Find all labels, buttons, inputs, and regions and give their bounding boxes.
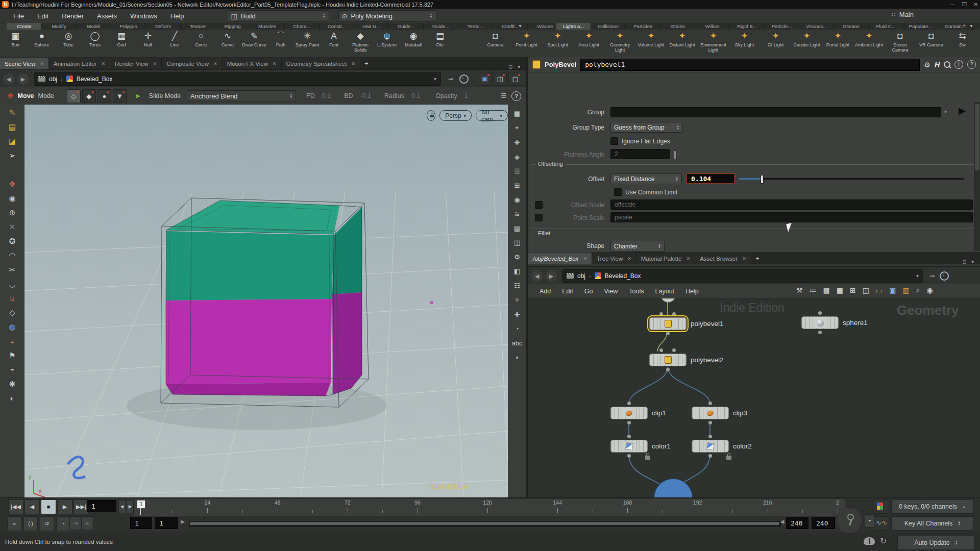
shelf-tool[interactable]: ▦ Grid — [108, 31, 135, 53]
shelf-tab[interactable]: Rigid B... — [730, 23, 765, 30]
persp-view-button[interactable]: Persp▾ — [439, 110, 472, 121]
shelf-tool[interactable]: ✦ Geometry Light — [604, 31, 635, 53]
node-input-dot[interactable] — [659, 348, 663, 352]
shelf-tab[interactable]: Collisions — [591, 23, 626, 30]
point-scale-field[interactable]: pscale — [610, 212, 973, 222]
shelf-tool[interactable]: ✦ Spot Light — [542, 31, 573, 53]
menu-item[interactable]: Edit — [562, 288, 573, 295]
pane-tab[interactable]: Animation Editor✕ — [49, 58, 110, 69]
select-cursor-icon[interactable]: ➤ — [135, 92, 141, 100]
shape-dropdown[interactable]: Chamfer ▲▼ — [610, 241, 665, 252]
pane-tab[interactable]: Asset Browser✕ — [695, 253, 751, 264]
shelf-tab[interactable]: Guide... — [424, 23, 458, 30]
pane-controls[interactable]: ◻ ▾ — [963, 259, 976, 264]
range-handle-left[interactable]: ▶ — [181, 518, 185, 525]
menu-item[interactable]: Edit — [37, 12, 48, 20]
bd-value[interactable]: -0.1 — [360, 92, 372, 99]
shelf-tool[interactable]: ✦ Sky Light — [729, 31, 760, 53]
shelf-tool[interactable]: ✎ Draw Curve — [241, 31, 267, 53]
menu-item[interactable]: Help — [685, 288, 699, 295]
shelf-tab[interactable]: Constr... — [320, 23, 354, 30]
shelf-tool[interactable]: ▣ Box — [2, 31, 29, 53]
display-option-icon[interactable]: ◖ — [515, 354, 519, 361]
shelf-tab[interactable]: Populate... — [903, 23, 938, 30]
viewport-tool-icon[interactable]: ⊕ — [9, 208, 16, 218]
node-body[interactable] — [692, 440, 729, 453]
prev-key-button[interactable]: |◀ — [69, 516, 82, 530]
node-output-dot[interactable] — [666, 368, 670, 371]
close-icon[interactable]: ✕ — [101, 61, 105, 66]
viewport-tool-icon[interactable]: ◒ — [10, 336, 14, 346]
fd-value[interactable]: 0.1 — [322, 92, 331, 99]
display-option-icon[interactable]: ☷ — [514, 282, 520, 289]
shelf-tool[interactable]: ◎ Tube — [55, 31, 82, 53]
close-icon[interactable]: ✕ — [583, 256, 587, 261]
viewport-layout-button-2[interactable]: ◫ — [493, 72, 507, 86]
node-output-dot[interactable] — [708, 454, 712, 458]
selection-toggle-button[interactable]: ● — [97, 89, 111, 103]
range-start-field[interactable]: 1 — [130, 517, 152, 529]
search-icon[interactable] — [944, 61, 950, 68]
selection-toggle-button[interactable]: ◆ — [82, 89, 96, 103]
node-body[interactable] — [649, 354, 687, 366]
display-option-icon[interactable]: ▤ — [514, 224, 520, 232]
context-selector[interactable]: ⊙ Poly Modeling ▲▼ — [338, 10, 436, 22]
network-tool-icon[interactable]: ⊞ — [850, 286, 856, 294]
shelf-tool[interactable]: ◘ Camera — [480, 31, 511, 53]
range-end-field[interactable]: 240 — [812, 517, 835, 529]
display-option-icon[interactable]: ✥ — [514, 139, 520, 146]
node-input-dot[interactable] — [708, 435, 712, 438]
node-input-dot[interactable] — [659, 312, 663, 316]
viewport-tool-icon[interactable]: ⚑ — [9, 350, 15, 361]
shelf-tab[interactable]: Texture — [181, 23, 215, 30]
offset-mode-dropdown[interactable]: Fixed Distance ▲▼ — [610, 173, 682, 184]
radial-menu-icon[interactable] — [940, 271, 949, 281]
animation-curves-icon[interactable]: ∿∿ — [874, 516, 889, 531]
shelf-tab[interactable]: Guide... — [389, 23, 424, 30]
network-node[interactable]: color1 — [610, 440, 648, 453]
close-icon[interactable]: ✕ — [687, 256, 691, 261]
shelf-tool[interactable]: ✦ Ambient Light — [853, 31, 885, 53]
shelf-tool[interactable]: ◘ VR Camera — [916, 31, 947, 53]
timeline-option-button[interactable]: ➢ — [7, 516, 21, 531]
frame-step-forward-button[interactable]: |▶ — [126, 500, 134, 513]
shelf-tool[interactable]: ✦ Caustic Light — [791, 31, 822, 53]
refresh-icon[interactable]: ↻ — [880, 536, 887, 546]
menu-item[interactable]: Help — [170, 12, 184, 20]
viewport-tool-icon[interactable]: ◇ — [9, 308, 15, 318]
shelf-tool[interactable]: ● Sphere — [29, 31, 55, 53]
menu-item[interactable]: Tools — [629, 288, 644, 295]
group-menu-icon[interactable]: ▾ — [944, 109, 947, 114]
shelf-tool[interactable]: ◘ Stereo Camera — [885, 31, 916, 53]
radial-menu-icon[interactable] — [459, 74, 469, 84]
set-key-button[interactable] — [836, 507, 863, 534]
select-operator-arrow-icon[interactable]: ▶ — [959, 105, 966, 116]
shelf-add-button[interactable]: + ▾ — [510, 23, 524, 29]
offset-scale-field[interactable]: offscale — [610, 199, 973, 210]
selection-toggle-button[interactable]: ◇ — [67, 89, 81, 103]
display-option-icon[interactable]: ◧ — [514, 267, 520, 275]
slide-mode-dropdown[interactable]: Anchored Blend ▲▼ — [187, 90, 296, 102]
network-tool-icon[interactable]: ◉ — [927, 286, 933, 294]
viewport-tool-icon[interactable]: ◠ — [9, 251, 15, 261]
shelf-tool[interactable]: ◯ Torus — [82, 31, 108, 53]
viewport-tool-icon[interactable]: ◉ — [9, 193, 15, 204]
playback-start-field[interactable]: 1 — [155, 517, 178, 529]
shelf-tool[interactable]: ✦ Distant Light — [667, 31, 698, 53]
shelf-tool[interactable]: ▤ File — [427, 31, 453, 53]
shelf-tab[interactable]: Vellum — [695, 23, 730, 30]
display-option-icon[interactable]: abc — [512, 339, 523, 347]
shelf-tab[interactable]: Chara... — [285, 23, 320, 30]
viewport-layout-button-3[interactable]: ▢ — [508, 72, 522, 86]
node-output-dot[interactable] — [627, 454, 631, 458]
network-tool-icon[interactable]: ◫ — [863, 286, 869, 294]
shelf-tool[interactable]: ✦ Area Light — [573, 31, 604, 53]
shelf-tool[interactable]: ◉ Metaball — [400, 31, 427, 53]
close-icon[interactable]: ✕ — [351, 61, 355, 66]
path-field[interactable]: obj › Beveled_Box ▾ — [562, 269, 923, 283]
shelf-tool[interactable]: ✦ GI Light — [760, 31, 791, 53]
menu-item[interactable]: Go — [584, 288, 593, 295]
close-icon[interactable]: ✕ — [742, 256, 746, 261]
lock-camera-icon[interactable] — [427, 110, 435, 121]
display-option-icon[interactable]: ◉ — [514, 196, 520, 204]
